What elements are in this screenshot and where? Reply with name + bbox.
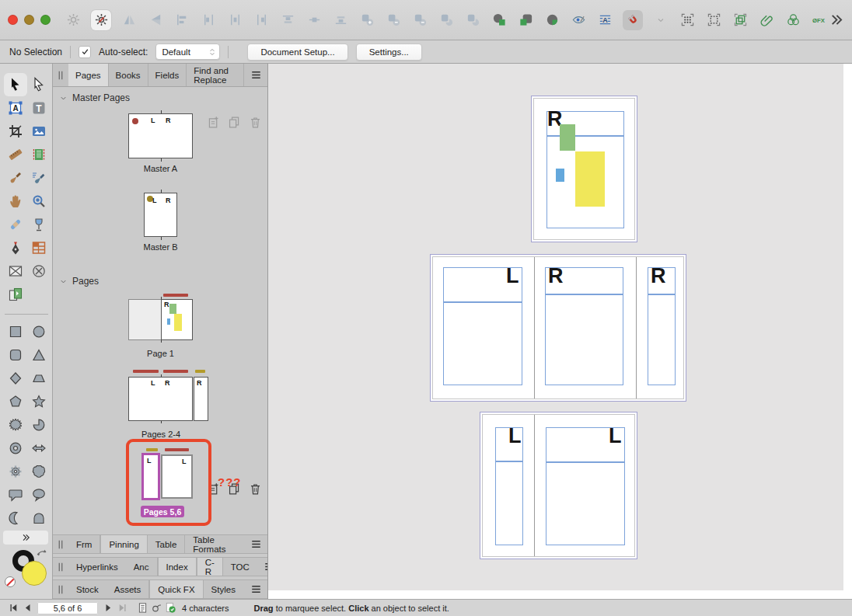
collapse-chevron-icon[interactable]: [59, 94, 68, 103]
master-b-label[interactable]: Master B: [128, 242, 193, 252]
page-1-label[interactable]: Page 1: [128, 349, 193, 358]
crop-tool[interactable]: [4, 120, 27, 143]
preflight-ok-icon[interactable]: [163, 601, 177, 615]
fill-color-well[interactable]: [22, 561, 47, 586]
tab-anc[interactable]: Anc: [126, 558, 158, 576]
spread-pages-5-6[interactable]: L L: [480, 412, 637, 559]
image-frame-tool[interactable]: [27, 120, 51, 143]
tab-frm[interactable]: Frm: [68, 535, 100, 553]
double-arrow-shape-tool[interactable]: [27, 437, 51, 460]
flip-vertical-icon[interactable]: [147, 12, 164, 29]
preflight-loupe-icon[interactable]: [149, 601, 163, 615]
no-color-icon[interactable]: [5, 576, 16, 587]
align-top-edges-icon[interactable]: [279, 12, 296, 29]
preview-mode-icon[interactable]: [570, 12, 587, 29]
align-bottom-icon[interactable]: [332, 12, 349, 29]
direct-select-tool[interactable]: [27, 73, 51, 96]
duplicate-master-icon[interactable]: [227, 115, 241, 129]
document-setup-button[interactable]: Document Setup...: [247, 44, 347, 61]
table-tool[interactable]: [27, 236, 51, 259]
tab-styles[interactable]: Styles: [204, 580, 243, 598]
tab-index[interactable]: Index: [158, 558, 197, 576]
first-page-icon[interactable]: [6, 601, 20, 615]
pages-shuffle-tool[interactable]: [4, 283, 27, 306]
hand-tool[interactable]: [4, 190, 27, 213]
window-close-button[interactable]: [8, 15, 18, 25]
tab-find-and-replace[interactable]: Find and Replace: [187, 64, 244, 86]
speech-bubble-rect-tool[interactable]: [4, 483, 27, 506]
panel-menu-icon[interactable]: [244, 64, 268, 86]
snap-options-chevron-icon[interactable]: [652, 12, 669, 29]
align-left-edges-icon[interactable]: [173, 12, 190, 29]
burst-shape-tool[interactable]: [4, 413, 27, 437]
tab-stock[interactable]: Stock: [68, 580, 106, 598]
ellipse-shape-tool[interactable]: [27, 320, 51, 343]
rounded-rect-shape-tool[interactable]: [4, 343, 27, 367]
edit-preferences-gear-icon[interactable]: [91, 10, 111, 30]
next-page-icon[interactable]: [101, 601, 115, 615]
autoselect-dropdown[interactable]: Default: [155, 44, 220, 60]
tab-hyperlinks[interactable]: Hyperlinks: [68, 558, 126, 576]
tab-books[interactable]: Books: [109, 64, 148, 86]
panel-drag-handle[interactable]: [53, 64, 68, 86]
tab-toc[interactable]: TOC: [223, 558, 257, 576]
flip-horizontal-icon[interactable]: [120, 12, 138, 29]
tab-pages[interactable]: Pages: [68, 64, 109, 86]
speech-bubble-round-tool[interactable]: [27, 483, 51, 506]
more-tools-button[interactable]: [3, 531, 48, 545]
collapse-chevron-icon[interactable]: [59, 277, 68, 286]
pathfinder-subtract-icon[interactable]: [517, 12, 534, 29]
swap-colors-icon[interactable]: [36, 547, 48, 558]
horizontal-scrollbar-track[interactable]: [268, 590, 852, 599]
tab-table-formats[interactable]: Table Formats: [185, 535, 244, 553]
page-indicator[interactable]: 5,6 of 6: [37, 602, 98, 614]
document-canvas[interactable]: R L R R L L: [268, 64, 852, 599]
panel-menu-icon[interactable]: [257, 558, 268, 576]
window-zoom-button[interactable]: [40, 15, 51, 25]
pages-2-3-thumbnail[interactable]: [128, 377, 193, 421]
toolbar-overflow-icon[interactable]: [828, 12, 844, 29]
page-6-thumbnail[interactable]: [161, 454, 193, 499]
panel-menu-icon[interactable]: [244, 535, 268, 553]
link-repair-tool[interactable]: [4, 213, 27, 236]
duplicate-frame-icon[interactable]: [732, 12, 749, 29]
pie-shape-tool[interactable]: [27, 413, 51, 437]
tab-assets[interactable]: Assets: [106, 580, 150, 598]
settings-button[interactable]: Settings...: [356, 44, 422, 61]
grid-snap-icon[interactable]: [705, 12, 722, 29]
arch-shape-tool[interactable]: [27, 506, 51, 530]
glass-cleanup-tool[interactable]: [27, 213, 51, 236]
crescent-shape-tool[interactable]: [4, 506, 27, 530]
tab-quick-fx[interactable]: Quick FX: [149, 580, 203, 598]
text-formatting-icon[interactable]: A: [596, 12, 613, 29]
vertical-scrollbar-track[interactable]: [843, 64, 852, 599]
tab-table[interactable]: Table: [148, 535, 186, 553]
panel-drag-handle[interactable]: [53, 535, 68, 553]
zoom-tool[interactable]: [27, 190, 51, 213]
align-middle-icon[interactable]: [306, 12, 323, 29]
panel-menu-icon[interactable]: [244, 580, 268, 598]
flower-shape-tool[interactable]: [27, 460, 51, 483]
snap-magnet-icon[interactable]: [623, 10, 643, 30]
pentagon-shape-tool[interactable]: [4, 390, 27, 413]
spread-pages-2-4[interactable]: L R R: [430, 254, 686, 402]
combine-intersect-icon[interactable]: [411, 12, 428, 29]
pages-2-4-label[interactable]: Pages 2-4: [122, 430, 200, 439]
previous-page-icon[interactable]: [20, 601, 34, 615]
combine-subtract-icon[interactable]: [385, 12, 402, 29]
window-minimize-button[interactable]: [24, 15, 34, 25]
tab-pinning[interactable]: Pinning: [100, 535, 147, 553]
link-frames-icon[interactable]: [758, 12, 775, 29]
document-info-icon[interactable]: [135, 601, 149, 615]
measure-tool[interactable]: [4, 143, 27, 166]
panel-drag-handle[interactable]: [53, 558, 68, 576]
text-frame-tool[interactable]: A: [4, 96, 27, 120]
gear-shape-tool[interactable]: [4, 460, 27, 483]
effects-fx-icon[interactable]: ØFX: [811, 12, 828, 29]
color-separation-icon[interactable]: [784, 12, 801, 29]
column-guides-tool[interactable]: [27, 143, 51, 166]
empty-frame-tool[interactable]: [4, 259, 27, 283]
donut-shape-tool[interactable]: [4, 437, 27, 460]
blue-rectangle-object[interactable]: [556, 169, 564, 182]
no-content-tool[interactable]: [27, 259, 51, 283]
